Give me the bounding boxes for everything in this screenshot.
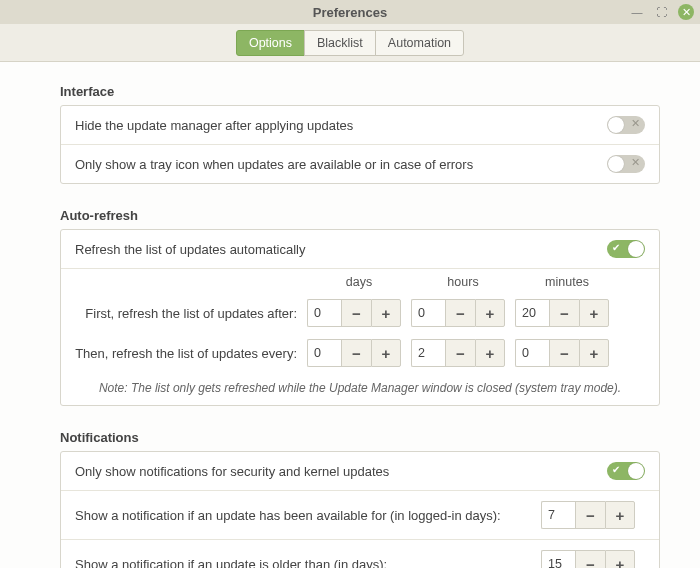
minus-button[interactable]: −: [341, 339, 371, 367]
row-autorefresh-toggle: Refresh the list of updates automaticall…: [61, 230, 659, 269]
tab-options[interactable]: Options: [236, 30, 305, 56]
cross-icon: ✕: [631, 117, 640, 130]
row-sec-kernel: Only show notifications for security and…: [61, 452, 659, 491]
minus-button[interactable]: −: [549, 299, 579, 327]
spin-then-minutes: − +: [515, 339, 611, 367]
tab-bar: Options Blacklist Automation: [0, 24, 700, 62]
spin-first-hours: − +: [411, 299, 507, 327]
row-first-refresh: First, refresh the list of updates after…: [61, 293, 659, 333]
input-older-days[interactable]: [541, 550, 575, 568]
plus-button[interactable]: +: [475, 339, 505, 367]
plus-button[interactable]: +: [371, 339, 401, 367]
col-minutes: minutes: [515, 275, 619, 289]
label-then-refresh: Then, refresh the list of updates every:: [75, 346, 307, 361]
label-autorefresh-toggle: Refresh the list of updates automaticall…: [75, 242, 597, 257]
row-then-refresh: Then, refresh the list of updates every:…: [61, 333, 659, 373]
col-days: days: [307, 275, 411, 289]
tab-automation[interactable]: Automation: [375, 30, 464, 56]
toggle-hide-after-apply[interactable]: ✕: [607, 116, 645, 134]
tab-blacklist[interactable]: Blacklist: [304, 30, 376, 56]
minus-button[interactable]: −: [549, 339, 579, 367]
row-hide-after-apply: Hide the update manager after applying u…: [61, 106, 659, 145]
spin-header: days hours minutes: [61, 269, 659, 293]
autorefresh-note: Note: The list only gets refreshed while…: [61, 373, 659, 405]
titlebar: Preferences — ⛶ ✕: [0, 0, 700, 24]
spin-avail-days: − +: [541, 501, 637, 529]
input-then-minutes[interactable]: [515, 339, 549, 367]
content-area: Interface Hide the update manager after …: [0, 62, 700, 568]
input-first-hours[interactable]: [411, 299, 445, 327]
row-tray-only: Only show a tray icon when updates are a…: [61, 145, 659, 183]
section-title-notifications: Notifications: [60, 430, 660, 445]
label-first-refresh: First, refresh the list of updates after…: [75, 306, 307, 321]
plus-button[interactable]: +: [579, 299, 609, 327]
tab-group: Options Blacklist Automation: [236, 30, 464, 56]
input-first-days[interactable]: [307, 299, 341, 327]
window-controls: — ⛶ ✕: [630, 0, 694, 24]
label-sec-kernel: Only show notifications for security and…: [75, 464, 597, 479]
panel-interface: Hide the update manager after applying u…: [60, 105, 660, 184]
minus-button[interactable]: −: [341, 299, 371, 327]
row-avail-days: Show a notification if an update has bee…: [61, 491, 659, 540]
panel-autorefresh: Refresh the list of updates automaticall…: [60, 229, 660, 406]
plus-button[interactable]: +: [475, 299, 505, 327]
toggle-knob: [608, 117, 624, 133]
plus-button[interactable]: +: [579, 339, 609, 367]
minus-button[interactable]: −: [575, 501, 605, 529]
plus-button[interactable]: +: [605, 550, 635, 568]
toggle-autorefresh[interactable]: ✔: [607, 240, 645, 258]
minus-button[interactable]: −: [575, 550, 605, 568]
panel-notifications: Only show notifications for security and…: [60, 451, 660, 568]
check-icon: ✔: [612, 464, 620, 475]
label-older-days: Show a notification if an update is olde…: [75, 557, 531, 569]
label-avail-days: Show a notification if an update has bee…: [75, 508, 531, 523]
toggle-sec-kernel[interactable]: ✔: [607, 462, 645, 480]
toggle-knob: [628, 241, 644, 257]
spin-then-days: − +: [307, 339, 403, 367]
plus-button[interactable]: +: [371, 299, 401, 327]
spin-first-minutes: − +: [515, 299, 611, 327]
spin-older-days: − +: [541, 550, 637, 568]
cross-icon: ✕: [631, 156, 640, 169]
section-title-interface: Interface: [60, 84, 660, 99]
plus-button[interactable]: +: [605, 501, 635, 529]
label-tray-only: Only show a tray icon when updates are a…: [75, 157, 597, 172]
input-avail-days[interactable]: [541, 501, 575, 529]
section-title-autorefresh: Auto-refresh: [60, 208, 660, 223]
minimize-button[interactable]: —: [630, 5, 644, 19]
minus-button[interactable]: −: [445, 339, 475, 367]
toggle-knob: [608, 156, 624, 172]
input-then-hours[interactable]: [411, 339, 445, 367]
input-then-days[interactable]: [307, 339, 341, 367]
close-button[interactable]: ✕: [678, 4, 694, 20]
toggle-knob: [628, 463, 644, 479]
col-hours: hours: [411, 275, 515, 289]
spin-then-hours: − +: [411, 339, 507, 367]
check-icon: ✔: [612, 242, 620, 253]
input-first-minutes[interactable]: [515, 299, 549, 327]
toggle-tray-only[interactable]: ✕: [607, 155, 645, 173]
window-title: Preferences: [313, 5, 387, 20]
minus-button[interactable]: −: [445, 299, 475, 327]
spin-first-days: − +: [307, 299, 403, 327]
row-older-days: Show a notification if an update is olde…: [61, 540, 659, 568]
maximize-button[interactable]: ⛶: [654, 5, 668, 19]
label-hide-after-apply: Hide the update manager after applying u…: [75, 118, 597, 133]
